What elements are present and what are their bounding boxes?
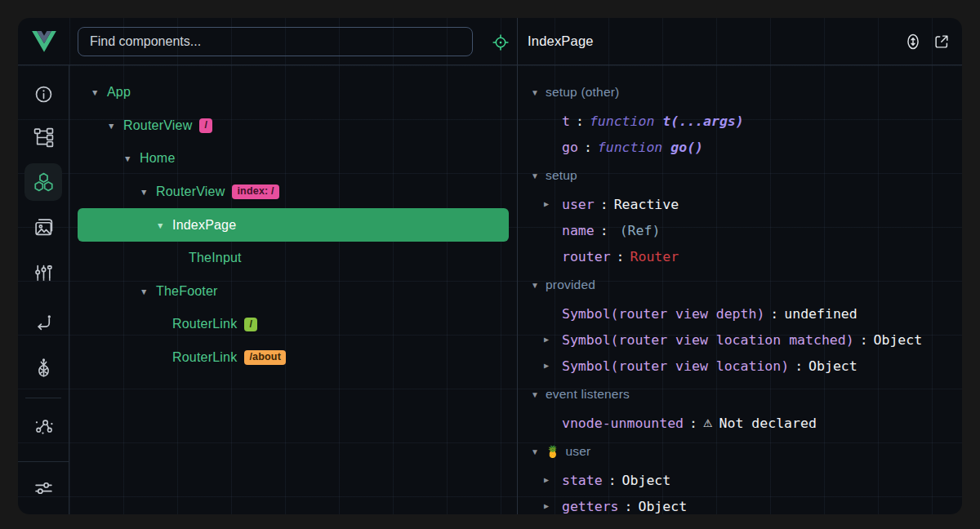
info-icon (33, 84, 54, 104)
state-key: Symbol(router view location) (562, 358, 789, 374)
tree-node-label: TheInput (189, 251, 242, 265)
chevron-down-icon[interactable]: ▼ (531, 389, 546, 398)
state-key: getters (562, 499, 619, 514)
state-key: go (562, 140, 578, 155)
section-pinia-user[interactable]: ▼ 🍍 user (518, 436, 962, 467)
search-input[interactable] (78, 27, 473, 56)
chevron-right-icon[interactable]: ▶ (544, 361, 549, 370)
colon: : (860, 332, 868, 348)
colon: : (576, 113, 584, 129)
tree-node-label: IndexPage (172, 218, 236, 233)
state-row-getters[interactable]: ▶ getters : Object (518, 493, 962, 514)
route-badge: / (244, 318, 257, 332)
vue-logo-icon (32, 31, 56, 52)
state-row-name[interactable]: name : (Ref) (518, 217, 962, 243)
state-value: t(...args) (662, 113, 743, 129)
sidebar-item-assets[interactable] (24, 208, 62, 246)
sidebar (18, 65, 69, 514)
state-row-router-view-depth[interactable]: Symbol(router view depth) : undefined (518, 300, 962, 327)
state-value: Object (874, 332, 923, 348)
chevron-right-icon[interactable]: ▶ (544, 335, 549, 344)
state-key: vnode-unmounted (562, 416, 684, 431)
state-row-router-view-location-matched[interactable]: ▶ Symbol(router view location matched) :… (518, 327, 962, 353)
state-value-keyword: function (590, 113, 654, 129)
images-icon (33, 217, 54, 238)
state-value: Router (630, 249, 679, 264)
chevron-down-icon[interactable]: ▼ (107, 120, 123, 130)
section-label: setup (546, 168, 577, 183)
pinia-store-icon: 🍍 (546, 445, 559, 458)
component-tree-panel: ▼ App ▼ RouterView / ▼ Home ▼ RouterView… (69, 65, 517, 514)
chevron-down-icon[interactable]: ▼ (531, 280, 546, 289)
tree-node-routerlink-about[interactable]: RouterLink /about (69, 341, 517, 375)
chevron-down-icon[interactable]: ▼ (531, 447, 546, 456)
tree-node-routerview[interactable]: ▼ RouterView / (69, 109, 517, 143)
chevron-down-icon[interactable]: ▼ (91, 87, 107, 97)
section-label: provided (546, 278, 595, 292)
state-value-keyword: function (598, 140, 662, 155)
tree-node-thefooter[interactable]: ▼ TheFooter (69, 275, 517, 309)
state-row-user[interactable]: ▶ user : Reactive (518, 191, 962, 217)
state-row-t[interactable]: t : function t(...args) (518, 108, 962, 134)
state-value: Reactive (614, 197, 679, 212)
scroll-to-component-button[interactable] (904, 33, 922, 51)
chevron-down-icon[interactable]: ▼ (531, 87, 546, 96)
section-setup[interactable]: ▼ setup (518, 160, 962, 191)
external-link-icon (933, 33, 951, 51)
chevron-down-icon[interactable]: ▼ (140, 187, 156, 197)
tree-node-theinput[interactable]: TheInput (69, 242, 517, 275)
tree-node-routerview-index[interactable]: ▼ RouterView index: / (69, 176, 517, 209)
inspector-title: IndexPage (528, 33, 594, 49)
state-key: Symbol(router view depth) (562, 306, 764, 322)
tree-node-app[interactable]: ▼ App (69, 76, 517, 109)
graph-icon (33, 416, 54, 437)
sliders-vertical-icon (33, 262, 54, 282)
colon: : (584, 140, 592, 155)
sidebar-item-router[interactable] (24, 304, 62, 341)
open-in-editor-button[interactable] (933, 33, 951, 51)
colon: : (617, 249, 625, 264)
route-badge: / (199, 118, 212, 133)
section-event-listeners[interactable]: ▼ event listeners (518, 379, 962, 410)
state-row-go[interactable]: go : function go() (518, 134, 962, 160)
chevron-down-icon[interactable]: ▼ (156, 220, 172, 229)
colon: : (600, 223, 608, 238)
colon: : (795, 358, 803, 374)
chevron-down-icon[interactable]: ▼ (140, 286, 156, 296)
sidebar-item-graph[interactable] (24, 407, 62, 445)
chevron-right-icon[interactable]: ▶ (544, 475, 549, 484)
state-row-router-view-location[interactable]: ▶ Symbol(router view location) : Object (518, 353, 962, 379)
chevron-down-icon[interactable]: ▼ (123, 153, 140, 163)
state-row-vnode-unmounted[interactable]: vnode-unmounted : ⚠ Not declared (518, 410, 962, 436)
sidebar-item-settings[interactable] (24, 469, 62, 506)
top-bar: IndexPage (18, 18, 962, 65)
state-key: Symbol(router view location matched) (562, 332, 854, 348)
sidebar-item-timeline[interactable] (24, 253, 62, 291)
devtools-window: IndexPage (18, 18, 962, 514)
tree-node-label: App (107, 85, 131, 100)
component-picker-button[interactable] (491, 33, 510, 52)
sidebar-item-component-tree[interactable] (24, 118, 62, 156)
state-value: Object (638, 499, 687, 514)
tree-node-home[interactable]: ▼ Home (69, 142, 517, 176)
chevron-right-icon[interactable]: ▶ (544, 199, 549, 208)
section-label: setup (other) (546, 85, 619, 100)
scroll-to-component-icon (904, 33, 922, 51)
state-key: state (562, 473, 603, 488)
state-key: user (562, 197, 595, 212)
section-provided[interactable]: ▼ provided (518, 269, 962, 300)
chevron-right-icon[interactable]: ▶ (544, 501, 549, 510)
state-row-state[interactable]: ▶ state : Object (518, 467, 962, 493)
route-icon (33, 313, 54, 333)
sidebar-item-components[interactable] (24, 163, 62, 201)
state-value: Object (808, 358, 858, 374)
state-row-router[interactable]: router : Router (518, 243, 962, 269)
tree-node-indexpage-selected[interactable]: ▼ IndexPage (78, 208, 509, 242)
section-setup-other[interactable]: ▼ setup (other) (518, 77, 962, 108)
tree-node-routerlink-root[interactable]: RouterLink / (69, 308, 517, 341)
sidebar-item-pinia[interactable] (24, 349, 62, 386)
chevron-down-icon[interactable]: ▼ (531, 171, 546, 180)
route-badge: index: / (232, 184, 278, 199)
state-value: Not declared (719, 416, 817, 431)
sidebar-item-overview[interactable] (24, 75, 62, 113)
